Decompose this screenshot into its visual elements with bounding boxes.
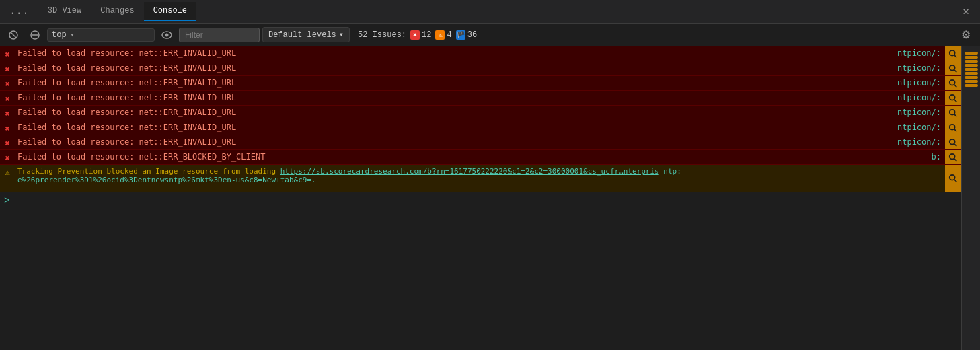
search-source-button[interactable] [945, 91, 961, 105]
message-text: Failed to load resource: net::ERR_INVALI… [15, 91, 893, 105]
issue-warning-badge[interactable]: ⚠ 4 [435, 30, 451, 40]
search-warning-button[interactable] [945, 165, 961, 192]
svg-point-12 [950, 94, 955, 100]
table-row: ✖ Failed to load resource: net::ERR_INVA… [0, 76, 961, 91]
svg-point-5 [165, 33, 169, 36]
block-button[interactable] [26, 27, 44, 43]
warning-source-link[interactable]: ntp: [663, 167, 681, 176]
toolbar: top ▾ Default levels ▾ 52 Issues: ✖ 12 ⚠… [0, 24, 980, 46]
warning-text-url-cont: e%26prerender%3D1%26ocid%3Dentnewsntp%26… [17, 176, 942, 184]
error-icon: ✖ [0, 106, 15, 120]
error-icon: ✖ [0, 150, 15, 164]
context-selector[interactable]: top ▾ [47, 28, 155, 42]
levels-label: Default levels [268, 30, 336, 40]
table-row: ✖ Failed to load resource: net::ERR_INVA… [0, 61, 961, 76]
warning-url-link[interactable]: https://sb.scorecardresearch.com/b?rn=16… [280, 167, 659, 176]
svg-point-22 [950, 175, 955, 180]
svg-line-15 [954, 114, 957, 116]
search-source-button[interactable] [945, 46, 961, 61]
table-row: ✖ Failed to load resource: net::ERR_INVA… [0, 120, 961, 135]
warning-icon: ⚠ [0, 165, 15, 178]
issue-info-badge[interactable]: 🏴 36 [456, 30, 477, 40]
table-row: ✖ Failed to load resource: net::ERR_INVA… [0, 106, 961, 120]
tab-changes[interactable]: Changes [91, 2, 143, 21]
console-prompt[interactable]: > [0, 193, 961, 209]
console-content: ✖ Failed to load resource: net::ERR_INVA… [0, 46, 980, 350]
svg-point-18 [950, 139, 955, 144]
svg-point-8 [950, 65, 955, 70]
message-source[interactable]: ntpicon/: [893, 76, 945, 90]
search-source-button[interactable] [945, 106, 961, 120]
message-text: Failed to load resource: net::ERR_INVALI… [15, 46, 893, 61]
warning-text-before: Tracking Prevention blocked an Image res… [17, 167, 942, 176]
message-text: Failed to load resource: net::ERR_INVALI… [15, 135, 893, 149]
message-source[interactable]: ntpicon/: [893, 91, 945, 105]
svg-point-10 [950, 79, 955, 85]
error-icon: ✖ [0, 135, 15, 149]
tab-3dview[interactable]: 3D View [38, 2, 91, 21]
info-badge-icon: 🏴 [456, 30, 465, 40]
issues-bar: 52 Issues: ✖ 12 ⚠ 4 🏴 36 [352, 30, 482, 40]
warning-message: Tracking Prevention blocked an Image res… [15, 165, 945, 186]
error-badge-icon: ✖ [410, 30, 420, 40]
info-count: 36 [467, 30, 477, 40]
scroll-marker [965, 72, 978, 75]
svg-point-14 [950, 109, 955, 114]
scroll-marker [965, 56, 978, 59]
settings-button[interactable]: ⚙ [956, 26, 976, 44]
search-source-button[interactable] [945, 76, 961, 90]
search-source-button[interactable] [945, 135, 961, 149]
scroll-marker [965, 64, 978, 67]
levels-arrow: ▾ [339, 30, 344, 40]
issue-error-badge[interactable]: ✖ 12 [410, 30, 431, 40]
error-icon: ✖ [0, 120, 15, 135]
issues-label: 52 Issues: [358, 30, 406, 40]
error-icon: ✖ [0, 76, 15, 90]
table-row: ✖ Failed to load resource: net::ERR_INVA… [0, 135, 961, 150]
table-row: ✖ Failed to load resource: net::ERR_INVA… [0, 46, 961, 61]
search-source-button[interactable] [945, 61, 961, 75]
message-source[interactable]: ntpicon/: [893, 46, 945, 61]
svg-line-11 [954, 84, 957, 87]
message-text: Failed to load resource: net::ERR_INVALI… [15, 61, 893, 75]
table-row: ✖ Failed to load resource: net::ERR_INVA… [0, 91, 961, 106]
svg-line-9 [954, 69, 957, 72]
svg-line-21 [954, 158, 957, 161]
search-source-button[interactable] [945, 150, 961, 164]
scroll-marker [965, 60, 978, 63]
message-source[interactable]: ntpicon/: [893, 120, 945, 135]
scroll-marker [965, 80, 978, 83]
clear-console-button[interactable] [4, 27, 23, 43]
message-text: Failed to load resource: net::ERR_BLOCKE… [15, 150, 928, 164]
context-value: top [52, 30, 67, 40]
levels-button[interactable]: Default levels ▾ [262, 27, 350, 42]
error-count: 12 [422, 30, 431, 40]
prompt-caret: > [4, 195, 9, 206]
close-button[interactable]: ✕ [957, 2, 975, 21]
svg-point-16 [950, 124, 955, 129]
message-source[interactable]: b: [928, 150, 945, 164]
tab-console[interactable]: Console [144, 2, 196, 21]
context-arrow: ▾ [71, 31, 75, 39]
scroll-marker [965, 68, 978, 71]
filter-input[interactable] [179, 28, 260, 42]
error-icon: ✖ [0, 91, 15, 105]
svg-point-20 [950, 153, 955, 159]
message-source[interactable]: ntpicon/: [893, 106, 945, 120]
message-text: Failed to load resource: net::ERR_INVALI… [15, 120, 893, 135]
svg-line-23 [954, 180, 957, 182]
message-source[interactable]: ntpicon/: [893, 61, 945, 75]
message-source[interactable]: ntpicon/: [893, 135, 945, 149]
scroll-marker [965, 84, 978, 87]
svg-line-1 [11, 32, 16, 38]
more-tabs-button[interactable]: ... [5, 3, 33, 20]
search-source-button[interactable] [945, 120, 961, 135]
svg-point-6 [950, 50, 955, 55]
svg-line-13 [954, 99, 957, 102]
console-messages: ✖ Failed to load resource: net::ERR_INVA… [0, 46, 961, 350]
console-scrollbar[interactable] [961, 46, 980, 350]
warning-badge-icon: ⚠ [435, 30, 445, 40]
error-icon: ✖ [0, 46, 15, 61]
eye-button[interactable] [157, 28, 176, 42]
scroll-marker [965, 52, 978, 55]
